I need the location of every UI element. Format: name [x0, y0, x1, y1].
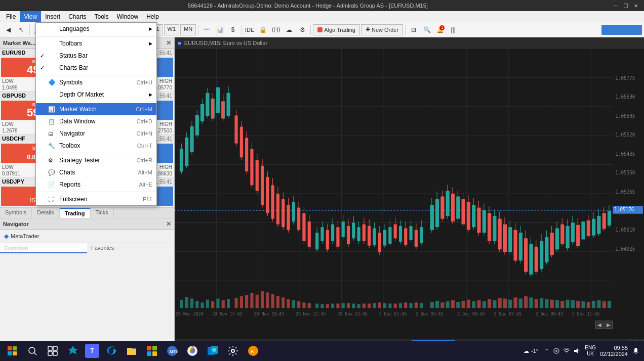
system-clock[interactable]: 09:55 02/12/2024	[600, 345, 628, 357]
svg-rect-210	[331, 303, 334, 308]
taskbar-metatrader[interactable]: MT5	[164, 343, 180, 359]
navigator-title: Navigator	[3, 221, 29, 227]
navigator-close[interactable]: ✕	[166, 220, 171, 228]
svg-rect-221	[388, 303, 391, 308]
menu-view[interactable]: View	[20, 11, 41, 22]
tab-details[interactable]: Details	[32, 208, 60, 218]
svg-rect-189	[216, 299, 219, 308]
toolbar-ide-btn[interactable]: IDE	[244, 24, 256, 36]
scroll-left-btn[interactable]: ◀	[595, 321, 603, 329]
scroll-right-btn[interactable]: ▶	[605, 321, 613, 329]
tf-mn[interactable]: MN	[180, 24, 196, 35]
menu-insert[interactable]: Insert	[41, 11, 64, 22]
menu-symbols[interactable]: 🔷 Symbols Ctrl+U	[36, 76, 156, 88]
start-button[interactable]	[4, 343, 20, 359]
menu-charts[interactable]: Charts	[64, 11, 90, 22]
navigator-tab-common[interactable]: Common	[0, 243, 87, 253]
menu-navigator[interactable]: 🗂 Navigator Ctrl+N	[36, 127, 156, 140]
menu-help[interactable]: Help	[142, 11, 163, 22]
taskbar-app2[interactable]: A	[245, 343, 261, 359]
region-text: UK	[585, 351, 596, 357]
menu-strategy-tester[interactable]: ⚙ Strategy Tester Ctrl+R	[36, 154, 156, 166]
menu-tools[interactable]: Tools	[91, 11, 113, 22]
taskbar-teams[interactable]: T	[85, 344, 99, 358]
toolbar-gear-btn[interactable]: ⚙	[296, 24, 308, 36]
toolbar-signal-btn[interactable]: ((·))	[270, 24, 282, 36]
minimize-button[interactable]: ─	[612, 2, 620, 9]
toolbar-notif-btn[interactable]: 🔔1	[434, 24, 446, 36]
menu-market-watch[interactable]: 📊 Market Watch Ctrl+M	[36, 103, 156, 115]
taskbar-search[interactable]	[24, 343, 41, 359]
menu-file[interactable]: File	[2, 11, 20, 22]
toolbar-pointer-btn[interactable]: ↖	[15, 24, 27, 36]
restore-button[interactable]: ❐	[622, 2, 630, 9]
menu-toolbox[interactable]: 🔧 Toolbox Ctrl+T	[36, 140, 156, 152]
toolbar-wave-btn[interactable]: 〰	[200, 24, 213, 36]
systray-sound[interactable]	[573, 347, 581, 355]
svg-marker-301	[574, 348, 578, 353]
menu-toolbars[interactable]: Toolbars	[36, 37, 156, 50]
systray-wifi[interactable]	[562, 347, 571, 355]
chart-header-icon: ■	[178, 40, 181, 46]
svg-rect-277	[8, 351, 12, 355]
chart-canvas[interactable]: 1.05775 1.05690 1.05605 1.05520 1.05435 …	[175, 49, 644, 339]
svg-point-300	[555, 350, 557, 352]
algo-trading-button[interactable]: Algo Trading	[313, 24, 360, 35]
systray-up-arrow[interactable]: ⌃	[542, 347, 550, 355]
menu-depth-of-market[interactable]: Depth Of Market	[36, 88, 156, 101]
menu-data-window[interactable]: 📋 Data Window Ctrl+D	[36, 115, 156, 127]
taskbar-left: T MT5	[4, 343, 261, 359]
toolbar-search-btn[interactable]: 🔍	[421, 24, 433, 36]
taskbar-outlook[interactable]	[205, 343, 221, 359]
menu-languages[interactable]: Languages	[36, 23, 156, 35]
fs-icon: ⛶	[48, 196, 58, 202]
toolbar-cloud-btn[interactable]: ☁	[283, 24, 295, 36]
tab-ticks[interactable]: Ticks	[91, 208, 114, 218]
toolbar-dollar-btn[interactable]: $	[227, 24, 239, 36]
tab-symbols[interactable]: Symbols	[0, 208, 32, 218]
navigator-metatrader[interactable]: ◆ MetaTrader	[4, 232, 170, 241]
taskbar-taskview[interactable]	[45, 343, 61, 359]
weather-widget[interactable]: ☁ -1°	[524, 348, 538, 354]
menu-chats[interactable]: 💬 Chats Alt+M	[36, 166, 156, 178]
svg-rect-148	[524, 238, 528, 272]
current-price-text: 1.05176	[614, 207, 634, 212]
language-indicator[interactable]: ENG UK	[585, 345, 596, 357]
navigator-tab-favorites[interactable]: Favorites	[87, 243, 174, 253]
taskbar-widgets[interactable]	[65, 343, 81, 359]
taskbar-store[interactable]	[144, 343, 160, 359]
toolbar-bars-btn[interactable]: |||	[447, 24, 459, 36]
menu-status-bar[interactable]: ✓ Status Bar	[36, 50, 156, 62]
svg-rect-254	[566, 300, 570, 308]
menu-window[interactable]: Window	[113, 11, 143, 22]
menu-sep-4	[36, 153, 156, 153]
close-button[interactable]: ✕	[632, 2, 640, 9]
menu-fullscreen[interactable]: ⛶ Fullscreen F11	[36, 193, 156, 205]
menu-reports[interactable]: 📄 Reports Alt+E	[36, 178, 156, 191]
toolbar-chart2-btn[interactable]: 📊	[214, 24, 226, 36]
new-order-button[interactable]: ✚ New Order	[361, 24, 403, 35]
toolbar-lines-btn[interactable]: ⊟	[408, 24, 420, 36]
taskbar-explorer[interactable]	[124, 343, 140, 359]
tb-label: Toolbox	[59, 142, 127, 149]
nav-icon: 🗂	[48, 130, 58, 137]
svg-rect-284	[53, 351, 57, 355]
systray-icon1[interactable]	[552, 347, 560, 355]
menu-charts-bar[interactable]: ✓ Charts Bar	[36, 62, 156, 74]
eurusd-high-label: HIGH	[159, 78, 172, 84]
notification-bell[interactable]	[632, 347, 640, 355]
taskbar-edge[interactable]	[103, 343, 119, 359]
svg-rect-209	[326, 304, 329, 308]
market-watch-close[interactable]: ✕	[166, 39, 171, 47]
usdchf-name: USDCHF	[2, 136, 25, 142]
tf-w1[interactable]: W1	[164, 24, 180, 35]
tab-trading[interactable]: Trading	[60, 208, 91, 218]
nav-shortcut: Ctrl+N	[137, 130, 152, 137]
toolbar-back-btn[interactable]: ◀	[2, 24, 14, 36]
view-dropdown-menu: Languages Toolbars ✓ Status Bar ✓ Charts…	[35, 22, 157, 206]
toolbar-lock-btn[interactable]: 🔒	[257, 24, 269, 36]
taskbar-settings[interactable]	[225, 343, 241, 359]
svg-text:2 Dec 11:45: 2 Dec 11:45	[572, 311, 600, 316]
taskbar-chrome[interactable]	[184, 343, 200, 359]
svg-rect-229	[435, 301, 439, 308]
